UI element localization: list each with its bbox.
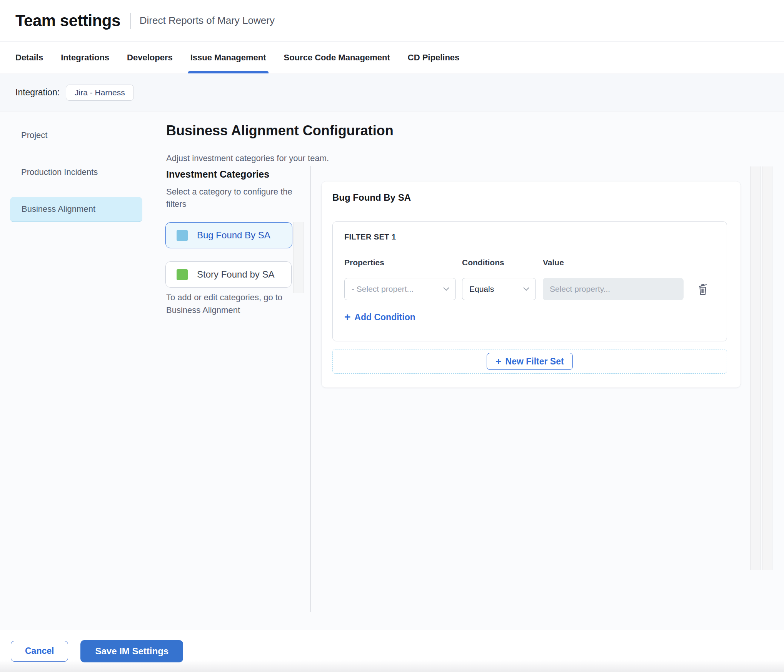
chevron-down-icon [523, 287, 529, 291]
page-header: Team settings Direct Reports of Mary Low… [0, 0, 784, 42]
filter-set-box: FILTER SET 1 Properties Conditions Value… [332, 221, 727, 341]
chevron-down-icon [443, 287, 449, 291]
tab-details-label: Details [15, 53, 43, 63]
tab-integrations[interactable]: Integrations [61, 42, 109, 73]
cancel-button[interactable]: Cancel [11, 641, 68, 662]
content-area: Project Production Incidents Business Al… [0, 112, 784, 630]
new-filter-set-label: New Filter Set [505, 356, 564, 367]
filter-set-title: FILTER SET 1 [344, 233, 396, 241]
sidebar-divider [156, 112, 156, 613]
page-title: Team settings [15, 12, 120, 30]
title-separator [130, 13, 131, 29]
add-condition-label: Add Condition [354, 312, 415, 323]
new-filter-set-button[interactable]: + New Filter Set [487, 353, 572, 370]
save-im-settings-button[interactable]: Save IM Settings [80, 640, 183, 662]
delete-condition-button[interactable] [696, 280, 710, 297]
value-input[interactable]: Select property... [543, 278, 684, 300]
active-tab-underline [188, 71, 269, 73]
note-line-1: To add or edit categories, go to [166, 293, 282, 302]
sidebar-item-business-alignment[interactable]: Business Alignment [10, 197, 142, 222]
plus-icon: + [495, 356, 501, 366]
tab-cd-pipelines-label: CD Pipelines [408, 53, 459, 63]
sidebar-item-project[interactable]: Project [21, 130, 47, 140]
section-subtitle: Adjust investment categories for your te… [166, 153, 329, 163]
category-color-swatch [177, 230, 188, 241]
category-label: Bug Found By SA [197, 230, 270, 241]
tab-bar: Details Integrations Developers Issue Ma… [0, 42, 784, 73]
config-card-title: Bug Found By SA [332, 192, 411, 203]
condition-select-value: Equals [469, 284, 494, 294]
tab-issue-management-label: Issue Management [190, 53, 266, 63]
integration-bar: Integration: Jira - Harness [0, 74, 784, 111]
footer-bar: Cancel Save IM Settings [0, 630, 784, 672]
property-select[interactable]: - Select propert... [344, 278, 456, 300]
category-list-scrollbar[interactable] [293, 222, 304, 293]
integration-label: Integration: [15, 87, 60, 98]
section-title: Business Alignment Configuration [166, 123, 394, 139]
plus-icon: + [344, 312, 350, 323]
team-settings-page: Team settings Direct Reports of Mary Low… [0, 0, 784, 672]
note-line-2: Business Alignment [166, 305, 240, 315]
add-condition-button[interactable]: + Add Condition [344, 312, 415, 323]
category-label: Story Found by SA [197, 269, 274, 280]
tab-cd-pipelines[interactable]: CD Pipelines [408, 42, 459, 73]
tab-source-code-management-label: Source Code Management [284, 53, 390, 63]
category-color-swatch [177, 269, 188, 280]
category-button-story-found-by-sa[interactable]: Story Found by SA [165, 261, 292, 288]
page-subtitle: Direct Reports of Mary Lowery [140, 15, 275, 27]
sidebar-item-production-incidents[interactable]: Production Incidents [21, 167, 98, 177]
tab-issue-management[interactable]: Issue Management [190, 42, 266, 73]
tab-source-code-management[interactable]: Source Code Management [284, 42, 390, 73]
categories-note: To add or edit categories, go to Busines… [166, 291, 282, 316]
tab-developers-label: Developers [127, 53, 173, 63]
tab-details[interactable]: Details [15, 42, 43, 73]
hint-line-1: Select a category to configure the [166, 187, 292, 196]
trash-icon [697, 281, 709, 296]
new-filter-set-dropzone: + New Filter Set [332, 349, 727, 374]
condition-select[interactable]: Equals [462, 278, 536, 300]
integration-chip[interactable]: Jira - Harness [66, 85, 134, 101]
category-panel-divider [310, 166, 310, 612]
category-button-bug-found-by-sa[interactable]: Bug Found By SA [165, 222, 292, 248]
investment-categories-hint: Select a category to configure the filte… [166, 186, 293, 210]
scrollbar-track-outer[interactable] [762, 166, 772, 570]
tab-developers[interactable]: Developers [127, 42, 173, 73]
column-header-value: Value [543, 258, 564, 267]
sidebar-item-business-alignment-label: Business Alignment [22, 204, 95, 214]
category-config-card: Bug Found By SA FILTER SET 1 Properties … [322, 181, 741, 388]
scrollbar-track-inner[interactable] [750, 166, 761, 570]
tab-integrations-label: Integrations [61, 53, 109, 63]
investment-categories-title: Investment Categories [166, 169, 269, 180]
property-select-value: - Select propert... [352, 284, 414, 294]
hint-line-2: filters [166, 199, 187, 209]
column-header-properties: Properties [344, 258, 384, 267]
column-header-conditions: Conditions [462, 258, 504, 267]
